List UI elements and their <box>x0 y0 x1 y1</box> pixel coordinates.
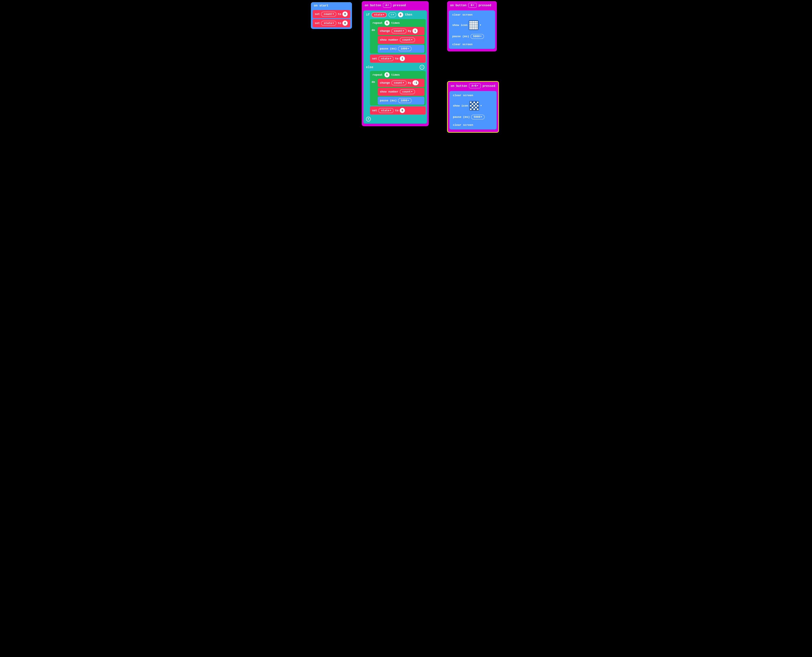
do-section-1: do change count ▼ by 1 <box>370 27 425 53</box>
set-label-1: set <box>315 12 320 16</box>
state-value-1[interactable]: 0 <box>343 20 348 26</box>
show-icon-ab: show icon ▼ <box>451 100 495 112</box>
icon-grid-b[interactable] <box>469 20 478 30</box>
on-start-label: on start <box>314 4 328 7</box>
count-value-1[interactable]: 0 <box>343 11 348 17</box>
state-var-2[interactable]: state ▼ <box>378 56 394 61</box>
count-var-1[interactable]: count ▼ <box>321 12 337 17</box>
show-number-1: show number count ▼ <box>378 36 424 44</box>
to-label-1: to <box>338 12 341 16</box>
repeat-5-header-1: repeat 5 times <box>370 19 425 27</box>
if-block: if state ▼ = ▼ 0 then repeat 5 times <box>363 10 427 124</box>
on-button-a-block: on button A ▼ pressed if state ▼ = ▼ 0 t… <box>362 1 429 126</box>
on-start-hat: on start <box>311 2 352 9</box>
state-val-1[interactable]: 1 <box>400 56 405 61</box>
else-repeat-block: repeat 5 times do change co <box>370 71 425 106</box>
on-button-b-block: on button B ▼ pressed clear screen show … <box>447 1 497 51</box>
change-by-2[interactable]: -1 <box>413 80 419 86</box>
if-header: if state ▼ = ▼ 0 then <box>363 10 427 19</box>
repeat-5-header-2: repeat 5 times <box>370 71 425 79</box>
state-var-1[interactable]: state ▼ <box>321 21 337 26</box>
on-button-a-hat: on button A ▼ pressed <box>362 1 429 9</box>
count-var-change-2[interactable]: count ▼ <box>391 80 407 86</box>
change-count-1: change count ▼ by 1 <box>378 27 424 35</box>
set-count-row: set count ▼ to 0 <box>313 10 350 18</box>
on-start-block: on start set count ▼ to 0 set state ▼ to… <box>311 2 352 29</box>
pause-val-2[interactable]: 1000 ▼ <box>398 98 411 103</box>
button-b-dropdown[interactable]: B ▼ <box>468 3 477 8</box>
plus-row: + <box>363 115 427 123</box>
count-var-show-1[interactable]: count ▼ <box>400 37 415 42</box>
on-button-b-hat: on button B ▼ pressed <box>447 1 497 9</box>
state-var-3[interactable]: state ▼ <box>378 108 394 113</box>
set-state-row: set state ▼ to 0 <box>313 19 350 27</box>
show-number-2: show number count ▼ <box>378 88 424 96</box>
set-label-2: set <box>315 22 320 25</box>
clear-screen-ab-2: clear screen <box>451 122 495 128</box>
clear-screen-b-1: clear screen <box>450 12 494 18</box>
pause-1000-1: pause (ms) 1000 ▼ <box>378 45 424 53</box>
repeat-5-val-1[interactable]: 5 <box>384 20 390 25</box>
button-ab-dropdown[interactable]: A+B ▼ <box>469 83 481 89</box>
pause-val-ab[interactable]: 5000 ▼ <box>471 115 485 120</box>
on-button-ab-hat: on button A+B ▼ pressed <box>448 82 498 90</box>
if-zero-value[interactable]: 0 <box>398 12 403 17</box>
on-button-ab-block: on button A+B ▼ pressed clear screen sho… <box>447 81 499 133</box>
pause-5000-ab: pause (ms) 5000 ▼ <box>451 113 495 121</box>
icon-grid-ab[interactable] <box>469 101 479 111</box>
minus-btn[interactable]: − <box>419 65 424 70</box>
clear-screen-b-2: clear screen <box>450 41 494 48</box>
change-by-1[interactable]: 1 <box>413 28 418 34</box>
show-icon-b: show icon ▼ <box>450 19 494 31</box>
if-state-var[interactable]: state ▼ <box>371 12 387 17</box>
if-equals-op[interactable]: = ▼ <box>388 12 396 17</box>
plus-btn[interactable]: + <box>366 117 371 121</box>
set-state-0-row: set state ▼ to 0 <box>370 106 425 115</box>
else-row: else − <box>363 64 427 71</box>
clear-screen-ab-1: clear screen <box>451 92 495 98</box>
state-val-0[interactable]: 0 <box>400 108 405 113</box>
pause-5000-b: pause (ms) 5000 ▼ <box>450 33 494 40</box>
pause-val-b[interactable]: 5000 ▼ <box>471 34 484 39</box>
repeat-5-val-2[interactable]: 5 <box>384 72 390 77</box>
set-state-1-row: set state ▼ to 1 <box>370 54 425 63</box>
button-b-inner: clear screen show icon ▼ pause (ms) 5000… <box>449 10 495 49</box>
do-section-2: do change count ▼ by -1 <box>370 79 425 104</box>
pause-1000-2: pause (ms) 1000 ▼ <box>378 97 424 104</box>
count-var-show-2[interactable]: count ▼ <box>400 89 415 94</box>
to-label-2: to <box>338 22 341 25</box>
then-repeat-block: repeat 5 times do change co <box>370 19 425 54</box>
count-var-change-1[interactable]: count ▼ <box>391 28 407 34</box>
button-ab-inner: clear screen show icon ▼ pause (ms) 5000… <box>449 91 497 129</box>
button-a-dropdown[interactable]: A ▼ <box>383 3 391 8</box>
pause-val-1[interactable]: 1000 ▼ <box>398 46 411 51</box>
change-count-2: change count ▼ by -1 <box>378 79 424 87</box>
